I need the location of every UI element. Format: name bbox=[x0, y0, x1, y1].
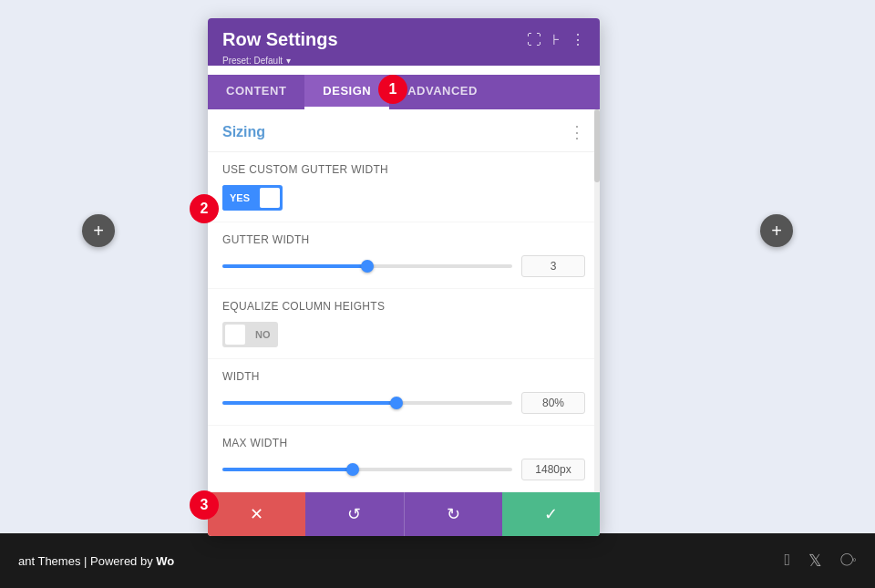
modal-preset[interactable]: Preset: Default ▾ bbox=[222, 56, 585, 66]
tab-design[interactable]: Design bbox=[304, 75, 389, 109]
add-row-left-button[interactable]: + bbox=[82, 214, 115, 247]
cancel-button[interactable]: ✕ bbox=[208, 492, 305, 536]
save-icon: ✓ bbox=[544, 504, 558, 524]
modal-header-icons: ⛶ ⊦ ⋮ bbox=[527, 31, 585, 48]
gutter-width-slider[interactable] bbox=[222, 264, 512, 268]
equalize-heights-setting: Equalize Column Heights NO bbox=[208, 289, 600, 359]
save-button[interactable]: ✓ bbox=[502, 492, 600, 536]
custom-gutter-label: Use Custom Gutter Width bbox=[222, 163, 585, 176]
step-badge-3: 3 bbox=[190, 490, 219, 520]
modal-header-top: Row Settings ⛶ ⊦ ⋮ bbox=[222, 29, 585, 50]
max-width-value[interactable]: 1480px bbox=[521, 459, 585, 480]
toggle-yes-label: YES bbox=[222, 185, 257, 211]
footer-bar: ant Themes | Powered by Wo  𝕏 ⧂ bbox=[0, 533, 875, 588]
equalize-heights-toggle[interactable]: NO bbox=[222, 322, 278, 347]
undo-button[interactable]: ↺ bbox=[305, 492, 403, 536]
facebook-icon:  bbox=[784, 551, 790, 571]
columns-icon[interactable]: ⊦ bbox=[552, 31, 560, 48]
max-width-slider[interactable] bbox=[222, 468, 512, 471]
preset-label: Preset: Default bbox=[222, 56, 283, 66]
expand-icon[interactable]: ⛶ bbox=[527, 32, 541, 48]
gutter-width-value[interactable]: 3 bbox=[521, 255, 585, 277]
action-bar: ✕ ↺ ↻ ✓ bbox=[208, 492, 600, 536]
width-slider-fill bbox=[222, 401, 396, 405]
footer-powered: | Powered by bbox=[84, 554, 156, 568]
width-label: Width bbox=[222, 370, 585, 383]
modal-body: Sizing ⋮ Use Custom Gutter Width YES Gut… bbox=[208, 109, 600, 492]
redo-button[interactable]: ↻ bbox=[404, 492, 502, 536]
equalize-heights-label: Equalize Column Heights bbox=[222, 300, 585, 313]
cancel-icon: ✕ bbox=[250, 504, 263, 524]
scrollbar-thumb[interactable] bbox=[594, 109, 600, 182]
modal-header: Row Settings ⛶ ⊦ ⋮ Preset: Default ▾ bbox=[208, 18, 600, 66]
equalize-heights-control: NO bbox=[222, 322, 585, 347]
gutter-slider-fill bbox=[222, 264, 367, 268]
max-width-slider-thumb[interactable] bbox=[346, 463, 359, 476]
preset-chevron: ▾ bbox=[286, 56, 291, 66]
more-icon[interactable]: ⋮ bbox=[571, 31, 585, 48]
max-width-setting: Max Width 1480px bbox=[208, 426, 600, 492]
tab-content[interactable]: Content bbox=[208, 75, 304, 109]
gutter-width-setting: Gutter Width 3 bbox=[208, 222, 600, 289]
section-options-icon[interactable]: ⋮ bbox=[569, 122, 585, 142]
gutter-width-control: 3 bbox=[222, 255, 585, 277]
max-width-control: 1480px bbox=[222, 459, 585, 480]
custom-gutter-toggle[interactable]: YES bbox=[222, 185, 283, 211]
add-row-right-button[interactable]: + bbox=[760, 214, 793, 247]
plus-icon-left: + bbox=[93, 221, 104, 242]
step-badge-1: 1 bbox=[378, 75, 407, 104]
sizing-section-header: Sizing ⋮ bbox=[208, 109, 600, 152]
width-value[interactable]: 80% bbox=[521, 392, 585, 414]
width-setting: Width 80% bbox=[208, 359, 600, 426]
max-width-label: Max Width bbox=[222, 437, 585, 449]
redo-icon: ↻ bbox=[447, 504, 460, 524]
undo-icon: ↺ bbox=[347, 504, 361, 524]
max-width-slider-fill bbox=[222, 468, 353, 471]
footer-social-icons:  𝕏 ⧂ bbox=[784, 551, 857, 571]
footer-text: ant Themes | Powered by Wo bbox=[18, 554, 174, 568]
twitter-icon: 𝕏 bbox=[808, 551, 822, 571]
toggle-no-label: NO bbox=[248, 322, 278, 347]
plus-icon-right: + bbox=[771, 221, 782, 242]
toggle-yes-switch bbox=[260, 188, 280, 208]
custom-gutter-control: YES bbox=[222, 185, 585, 211]
width-control: 80% bbox=[222, 392, 585, 414]
footer-powered-bold: Wo bbox=[156, 554, 174, 568]
step-badge-2: 2 bbox=[190, 194, 219, 223]
custom-gutter-setting: Use Custom Gutter Width YES bbox=[208, 152, 600, 222]
scrollbar-track bbox=[594, 109, 600, 492]
gutter-width-label: Gutter Width bbox=[222, 233, 585, 246]
gutter-slider-thumb[interactable] bbox=[361, 260, 374, 273]
width-slider[interactable] bbox=[222, 401, 512, 405]
sizing-title: Sizing bbox=[222, 124, 265, 140]
footer-themes: ant Themes bbox=[18, 554, 80, 568]
rss-icon: ⧂ bbox=[840, 551, 857, 571]
toggle-no-switch bbox=[225, 325, 245, 345]
modal-title: Row Settings bbox=[222, 29, 338, 50]
width-slider-thumb[interactable] bbox=[390, 397, 403, 409]
